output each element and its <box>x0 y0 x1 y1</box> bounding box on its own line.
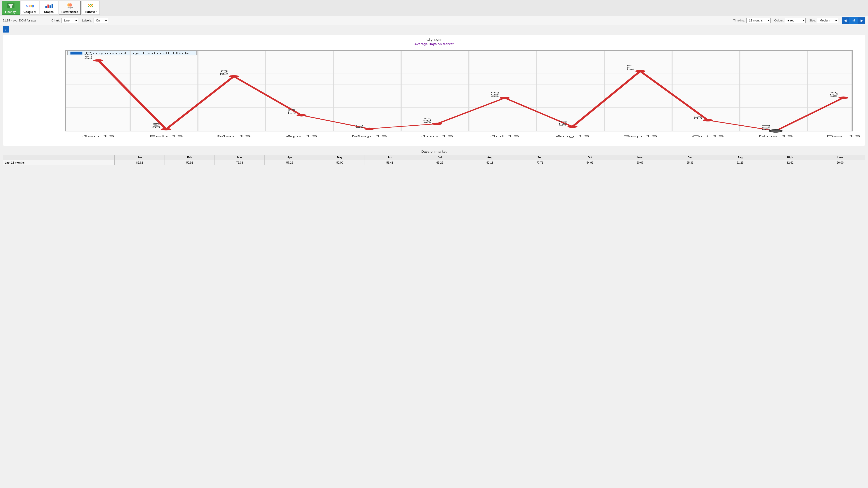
col-header-may: May <box>315 155 365 160</box>
svg-text:77.7: 77.7 <box>624 65 637 70</box>
cell-jul: 65.25 <box>415 160 465 165</box>
point-apr <box>297 114 307 117</box>
avg-dom-display: 61.25 - avg. DOM for span <box>3 19 48 22</box>
point-may <box>364 128 374 130</box>
avg-dom-value: 61.25 <box>3 19 10 22</box>
filter-by-button[interactable]: Filter by: <box>2 1 20 15</box>
col-header-jan: Jan <box>115 155 164 160</box>
col-header-apr: Apr <box>265 155 315 160</box>
cell-oct: 54.96 <box>565 160 615 165</box>
svg-text:Nov 19: Nov 19 <box>758 135 793 138</box>
col-header-jul: Jul <box>415 155 465 160</box>
svg-text:Jul 19: Jul 19 <box>490 135 519 138</box>
col-header-avg: Avg <box>715 155 765 160</box>
chart-type-group: Chart: Line Bar Area <box>52 18 78 23</box>
svg-text:Aug 19: Aug 19 <box>555 135 590 138</box>
svg-rect-16 <box>70 52 82 55</box>
svg-rect-11 <box>852 20 853 22</box>
col-header-dec: Dec <box>665 155 715 160</box>
row-label: Last 12 months <box>3 160 115 165</box>
graphs-button[interactable]: Graphs <box>40 1 58 15</box>
svg-text:57.3: 57.3 <box>285 109 298 114</box>
chart-area: Prepared by Lutrell Kirk <box>6 48 862 143</box>
cell-jan: 82.62 <box>115 160 164 165</box>
labels-select[interactable]: On Off <box>94 18 108 23</box>
svg-text:May 19: May 19 <box>351 135 387 138</box>
point-jun <box>432 123 442 125</box>
top-nav: Filter by: Google Google It! Graphs <box>0 0 868 16</box>
cell-dec: 65.36 <box>665 160 715 165</box>
turnover-icon <box>87 2 95 10</box>
point-oct <box>703 119 713 122</box>
point-aug <box>567 125 578 128</box>
timeline-select[interactable]: 3 months 6 months 12 months 24 months <box>746 18 771 23</box>
data-table: Jan Feb Mar Apr May Jun Jul Aug Sep Oct … <box>3 155 865 165</box>
labels-group: Labels: On Off <box>82 18 108 23</box>
svg-text:Google: Google <box>26 4 34 7</box>
svg-text:50.1: 50.1 <box>760 125 772 130</box>
svg-text:Oct 19: Oct 19 <box>692 135 724 138</box>
performance-button[interactable]: People Performance <box>59 1 81 15</box>
prev-button[interactable]: ◀ <box>842 18 849 24</box>
svg-text:65.3: 65.3 <box>489 92 501 97</box>
colour-ctrl: Colour: ■ red ■ blue ■ green <box>774 18 806 23</box>
svg-text:Sep 19: Sep 19 <box>623 135 657 138</box>
chart-icon-button[interactable] <box>849 17 858 24</box>
point-jan <box>93 59 103 62</box>
cell-sep: 77.71 <box>515 160 565 165</box>
size-select[interactable]: Small Medium Large <box>817 18 838 23</box>
col-header-high: High <box>765 155 815 160</box>
point-feb <box>161 128 171 131</box>
line-chart-svg: Prepared by Lutrell Kirk <box>6 48 862 143</box>
size-ctrl: Size: Small Medium Large <box>809 18 838 23</box>
filter-by-label: Filter by: <box>5 10 17 13</box>
chart-type-label: Chart: <box>52 19 60 22</box>
svg-text:Jan 19: Jan 19 <box>82 135 115 138</box>
svg-rect-14 <box>65 51 852 131</box>
svg-rect-5 <box>50 5 51 8</box>
chart-type-select[interactable]: Line Bar Area <box>61 18 78 23</box>
table-section: Days on market Jan Feb Mar Apr May Jun J… <box>3 150 865 165</box>
point-sep <box>635 70 645 72</box>
svg-rect-6 <box>52 4 53 8</box>
chart-subtitle: Average Days on Market <box>6 42 862 46</box>
svg-rect-13 <box>855 19 855 22</box>
svg-text:Apr 19: Apr 19 <box>285 135 318 138</box>
graphs-label: Graphs <box>44 10 54 13</box>
cell-aug: 52.13 <box>465 160 515 165</box>
chart-title: City: Dyer <box>6 38 862 41</box>
svg-text:53.4: 53.4 <box>421 118 433 123</box>
colour-select[interactable]: ■ red ■ blue ■ green <box>785 18 806 23</box>
col-header-rowlabel <box>3 155 115 160</box>
cell-apr: 57.26 <box>265 160 315 165</box>
turnover-button[interactable]: Turnover <box>82 1 100 15</box>
timeline-group: Timeline: 3 months 6 months 12 months 24… <box>733 17 865 24</box>
svg-point-8 <box>69 3 72 6</box>
svg-text:Mar 19: Mar 19 <box>217 135 251 138</box>
chart-container: City: Dyer Average Days on Market Prepar… <box>3 35 865 146</box>
point-dec <box>838 96 848 99</box>
point-mar <box>229 75 239 78</box>
performance-icon: People <box>66 2 74 10</box>
size-label: Size: <box>809 19 816 22</box>
nav-arrows: ◀ ▶ <box>842 17 865 24</box>
google-it-button[interactable]: Google Google It! <box>21 1 39 15</box>
col-header-nov: Nov <box>615 155 665 160</box>
svg-text:Feb 19: Feb 19 <box>149 135 183 138</box>
turnover-label: Turnover <box>85 10 96 13</box>
svg-text:Jun 19: Jun 19 <box>421 135 453 138</box>
cell-mar: 75.33 <box>215 160 265 165</box>
col-header-feb: Feb <box>164 155 215 160</box>
col-header-mar: Mar <box>215 155 265 160</box>
google-icon: Google <box>26 2 34 10</box>
google-it-label: Google It! <box>24 10 36 13</box>
cell-nov: 50.07 <box>615 160 665 165</box>
svg-rect-10 <box>852 20 852 22</box>
info-button[interactable]: i <box>3 26 9 33</box>
cell-avg: 61.25 <box>715 160 765 165</box>
col-header-low: Low <box>815 155 865 160</box>
next-button[interactable]: ▶ <box>858 18 865 24</box>
controls-row: 61.25 - avg. DOM for span Chart: Line Ba… <box>0 16 868 25</box>
svg-rect-4 <box>48 4 49 8</box>
svg-text:People: People <box>68 7 73 8</box>
